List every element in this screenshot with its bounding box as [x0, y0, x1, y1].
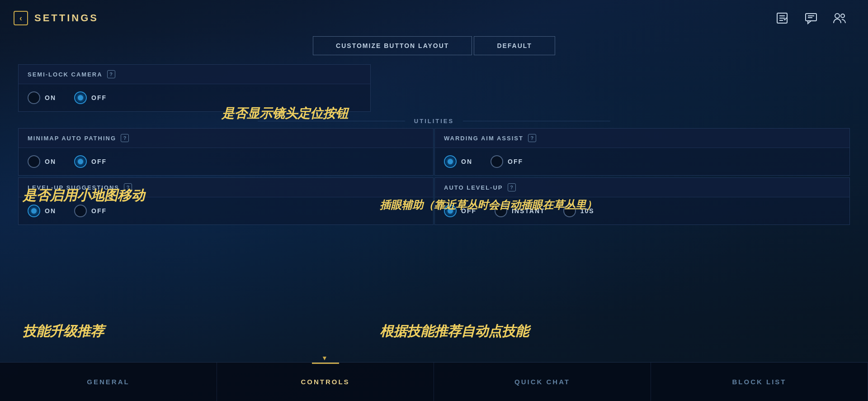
semi-lock-body: ON OFF	[19, 84, 370, 111]
semi-lock-header: SEMI-LOCK CAMERA ?	[19, 65, 370, 84]
auto-levelup-instant-radio[interactable]	[495, 205, 507, 217]
bottom-navigation: GENERAL CONTROLS QUICK CHAT BLOCK LIST	[0, 362, 868, 401]
auto-levelup-instant-label: INSTANT	[512, 207, 545, 215]
auto-levelup-10s-label: 10S	[580, 207, 594, 215]
minimap-on-label: ON	[45, 158, 56, 165]
levelup-label: LEVEL-UP SUGGESTIONS	[28, 184, 119, 191]
warding-on-radio[interactable]	[444, 155, 457, 168]
semi-lock-card: SEMI-LOCK CAMERA ? ON OFF	[18, 64, 371, 112]
minimap-off-label: OFF	[91, 158, 107, 165]
annotation-auto-levelup: 根据技能推荐自动点技能	[380, 322, 529, 341]
levelup-off-option[interactable]: OFF	[74, 205, 107, 217]
header-icons	[772, 8, 850, 28]
levelup-on-radio[interactable]	[28, 205, 40, 217]
minimap-help-icon[interactable]: ?	[121, 134, 129, 142]
minimap-off-option[interactable]: OFF	[74, 155, 107, 168]
svg-point-8	[841, 14, 844, 18]
minimap-card: MINIMAP AUTO PATHING ? ON OFF	[18, 128, 434, 176]
auto-levelup-header: AUTO LEVEL-UP ?	[435, 178, 849, 197]
auto-levelup-off-option[interactable]: OFF	[444, 205, 476, 217]
default-button[interactable]: DEFAULT	[474, 36, 555, 55]
warding-help-icon[interactable]: ?	[528, 134, 536, 142]
semi-lock-off-label: OFF	[91, 94, 107, 101]
auto-levelup-card: AUTO LEVEL-UP ? OFF INSTANT	[434, 177, 850, 225]
levelup-body: ON OFF	[19, 197, 433, 224]
auto-levelup-10s-radio[interactable]	[563, 205, 576, 217]
nav-item-quick-chat[interactable]: QUICK CHAT	[434, 363, 651, 401]
warding-off-label: OFF	[508, 158, 523, 165]
page-title: SETTINGS	[34, 12, 99, 24]
levelup-on-option[interactable]: ON	[28, 205, 56, 217]
semi-lock-section: SEMI-LOCK CAMERA ? ON OFF	[18, 64, 371, 112]
semi-lock-off-radio[interactable]	[74, 91, 87, 104]
utilities-grid: MINIMAP AUTO PATHING ? ON OFF	[18, 128, 850, 226]
minimap-label: MINIMAP AUTO PATHING	[28, 135, 116, 142]
tasks-icon-button[interactable]	[772, 8, 792, 28]
warding-card: WARDING AIM ASSIST ? ON OFF	[434, 128, 850, 176]
semi-lock-help-icon[interactable]: ?	[107, 70, 115, 78]
nav-item-block-list[interactable]: BLOCK LIST	[651, 363, 868, 401]
semi-lock-label: SEMI-LOCK CAMERA	[28, 71, 103, 78]
warding-off-radio[interactable]	[491, 155, 503, 168]
auto-levelup-help-icon[interactable]: ?	[508, 183, 516, 191]
semi-lock-on-option[interactable]: ON	[28, 91, 56, 104]
nav-item-controls[interactable]: CONTROLS	[217, 363, 434, 401]
utilities-divider-label: UTILITIES	[414, 118, 454, 124]
semi-lock-on-label: ON	[45, 94, 56, 101]
auto-levelup-label: AUTO LEVEL-UP	[444, 184, 503, 191]
levelup-help-icon[interactable]: ?	[124, 183, 132, 191]
levelup-header: LEVEL-UP SUGGESTIONS ?	[19, 178, 433, 197]
chevron-left-icon: ‹	[14, 11, 28, 25]
warding-header: WARDING AIM ASSIST ?	[435, 129, 849, 148]
warding-on-label: ON	[461, 158, 472, 165]
annotation-levelup: 技能升级推荐	[23, 322, 104, 341]
nav-item-general[interactable]: GENERAL	[0, 363, 217, 401]
warding-label: WARDING AIM ASSIST	[444, 135, 524, 142]
minimap-header: MINIMAP AUTO PATHING ?	[19, 129, 433, 148]
semi-lock-off-option[interactable]: OFF	[74, 91, 107, 104]
chat-icon-button[interactable]	[801, 8, 821, 28]
warding-body: ON OFF	[435, 148, 849, 175]
back-button[interactable]: ‹ SETTINGS	[14, 11, 99, 25]
minimap-body: ON OFF	[19, 148, 433, 175]
utilities-left: MINIMAP AUTO PATHING ? ON OFF	[18, 128, 434, 226]
svg-point-7	[835, 14, 840, 18]
auto-levelup-10s-option[interactable]: 10S	[563, 205, 594, 217]
levelup-off-label: OFF	[91, 207, 107, 215]
top-action-buttons: CUSTOMIZE BUTTON LAYOUT DEFAULT	[0, 36, 868, 64]
settings-content: SEMI-LOCK CAMERA ? ON OFF 是否显示镜头定位按钮	[0, 64, 868, 226]
auto-levelup-off-label: OFF	[461, 207, 476, 215]
warding-on-option[interactable]: ON	[444, 155, 472, 168]
auto-levelup-off-radio[interactable]	[444, 205, 457, 217]
customize-layout-button[interactable]: CUSTOMIZE BUTTON LAYOUT	[313, 36, 472, 55]
minimap-off-radio[interactable]	[74, 155, 87, 168]
warding-off-option[interactable]: OFF	[491, 155, 523, 168]
levelup-off-radio[interactable]	[74, 205, 87, 217]
levelup-card: LEVEL-UP SUGGESTIONS ? ON OFF	[18, 177, 434, 225]
semi-lock-on-radio[interactable]	[28, 91, 40, 104]
minimap-on-radio[interactable]	[28, 155, 40, 168]
levelup-on-label: ON	[45, 207, 56, 215]
users-icon-button[interactable]	[830, 8, 850, 28]
utilities-divider-area: UTILITIES	[258, 117, 610, 124]
header: ‹ SETTINGS	[0, 0, 868, 36]
auto-levelup-instant-option[interactable]: INSTANT	[495, 205, 545, 217]
minimap-on-option[interactable]: ON	[28, 155, 56, 168]
auto-levelup-body: OFF INSTANT 10S	[435, 197, 849, 224]
utilities-right: WARDING AIM ASSIST ? ON OFF	[434, 128, 850, 226]
